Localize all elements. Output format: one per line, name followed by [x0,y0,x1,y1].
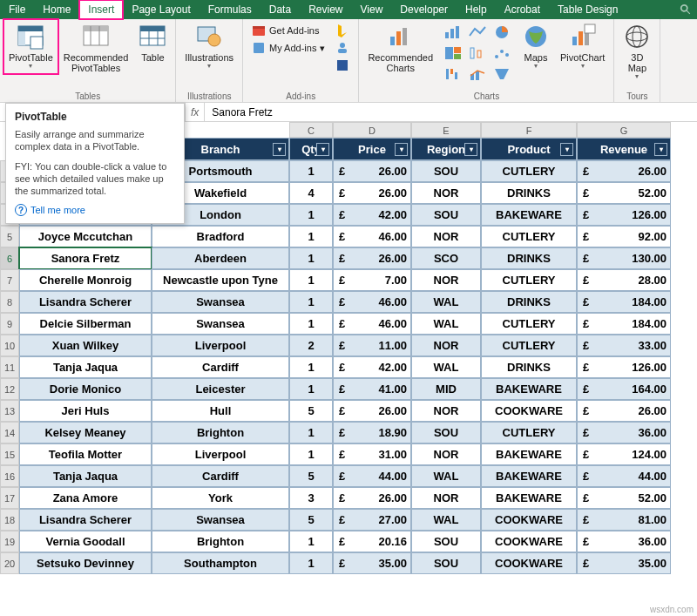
cell[interactable]: 1 [289,422,333,443]
cell[interactable]: BAKEWARE [481,204,577,226]
filter-dropdown-icon[interactable]: ▾ [316,143,329,156]
cell[interactable]: £28.00 [577,269,671,291]
table-header[interactable]: Price▾ [333,138,411,160]
cell[interactable]: SCO [411,247,481,269]
cell[interactable]: Lisandra Scherer [19,509,152,531]
cell[interactable]: BAKEWARE [481,378,577,400]
tab-table-design[interactable]: Table Design [549,0,626,19]
cell[interactable]: Teofila Motter [19,443,152,465]
chart-waterfall-icon[interactable] [442,64,464,84]
cell[interactable]: 1 [289,313,333,335]
cell[interactable]: SOU [411,160,481,182]
row-header[interactable]: 9 [0,313,19,335]
cell[interactable]: 5 [289,465,333,487]
cell[interactable]: £26.00 [333,160,411,182]
col-header[interactable]: C [289,122,333,138]
chart-combo-icon[interactable] [466,64,489,84]
cell[interactable]: £44.00 [333,465,411,487]
filter-dropdown-icon[interactable]: ▾ [273,143,286,156]
cell[interactable]: NOR [411,487,481,509]
cell[interactable]: SOU [411,552,481,574]
cell[interactable]: WAL [411,356,481,378]
cell[interactable]: £52.00 [577,487,671,509]
cell[interactable]: Dorie Monico [19,378,152,400]
cell[interactable]: £7.00 [333,269,411,291]
cell[interactable]: 5 [289,400,333,422]
filter-dropdown-icon[interactable]: ▾ [654,143,667,156]
cell[interactable]: Swansea [152,509,289,531]
cell[interactable]: 1 [289,378,333,400]
recommended-charts-button[interactable]: Recommended Charts [364,21,436,75]
cell[interactable]: CUTLERY [481,269,577,291]
row-header[interactable]: 6 [0,247,19,269]
cell[interactable]: COOKWARE [481,552,577,574]
cell[interactable]: £124.00 [577,443,671,465]
pivotchart-button[interactable]: PivotChart ▾ [557,21,608,72]
cell[interactable]: Cardiff [152,356,289,378]
cell[interactable]: £31.00 [333,443,411,465]
cell[interactable]: Joyce Mccutchan [19,226,152,247]
cell[interactable]: £92.00 [577,226,671,247]
cell[interactable]: 1 [289,226,333,247]
cell[interactable]: £81.00 [577,509,671,531]
cell[interactable]: Aberdeen [152,247,289,269]
cell[interactable]: Sanora Fretz [19,247,152,269]
cell[interactable]: SOU [411,204,481,226]
cell[interactable]: £36.00 [577,531,671,552]
maps-button[interactable]: Maps ▾ [518,21,553,72]
cell[interactable]: Bradford [152,226,289,247]
formula-input[interactable] [205,103,697,121]
cell[interactable]: £36.00 [577,422,671,443]
pivottable-button[interactable]: PivotTable ▾ [5,21,57,72]
cell[interactable]: Hull [152,400,289,422]
row-header[interactable]: 8 [0,291,19,313]
bing-maps-icon[interactable] [334,23,351,38]
row-header[interactable]: 15 [0,443,19,465]
tab-home[interactable]: Home [34,0,79,19]
cell[interactable]: £20.16 [333,531,411,552]
visio-icon[interactable] [334,58,351,73]
chart-treemap-icon[interactable] [442,44,464,63]
table-button[interactable]: Table [135,21,170,64]
row-header[interactable]: 17 [0,487,19,509]
cell[interactable]: £35.00 [577,552,671,574]
cell[interactable]: Brighton [152,422,289,443]
cell[interactable]: COOKWARE [481,531,577,552]
tab-acrobat[interactable]: Acrobat [496,0,549,19]
cell[interactable]: Kelsey Meaney [19,422,152,443]
tab-page-layout[interactable]: Page Layout [123,0,199,19]
illustrations-button[interactable]: Illustrations ▾ [181,21,237,72]
cell[interactable]: 1 [289,269,333,291]
tab-review[interactable]: Review [300,0,351,19]
tab-view[interactable]: View [352,0,392,19]
cell[interactable]: £44.00 [577,465,671,487]
cell[interactable]: NOR [411,400,481,422]
chart-column-icon[interactable] [442,23,464,42]
row-header[interactable]: 12 [0,378,19,400]
my-addins-button[interactable]: My Add-ins ▾ [250,40,327,56]
cell[interactable]: 1 [289,291,333,313]
cell[interactable]: £42.00 [333,356,411,378]
cell[interactable]: £184.00 [577,313,671,335]
cell[interactable]: £164.00 [577,378,671,400]
filter-dropdown-icon[interactable]: ▾ [464,143,477,156]
recommended-pivottables-button[interactable]: Recommended PivotTables [60,21,132,75]
cell[interactable]: £126.00 [577,204,671,226]
cell[interactable]: BAKEWARE [481,487,577,509]
cell[interactable]: 1 [289,247,333,269]
cell[interactable]: £26.00 [333,182,411,204]
col-header[interactable]: D [333,122,411,138]
row-header[interactable]: 19 [0,531,19,552]
chart-stat-icon[interactable] [466,44,489,63]
cell[interactable]: DRINKS [481,247,577,269]
cell[interactable]: Tanja Jaqua [19,465,152,487]
3d-map-button[interactable]: 3D Map ▾ [619,21,654,83]
cell[interactable]: MID [411,378,481,400]
cell[interactable]: £184.00 [577,291,671,313]
row-header[interactable]: 18 [0,509,19,531]
row-header[interactable]: 5 [0,226,19,247]
cell[interactable]: NOR [411,443,481,465]
cell[interactable]: Delcie Silberman [19,313,152,335]
cell[interactable]: NOR [411,335,481,356]
cell[interactable]: £33.00 [577,335,671,356]
